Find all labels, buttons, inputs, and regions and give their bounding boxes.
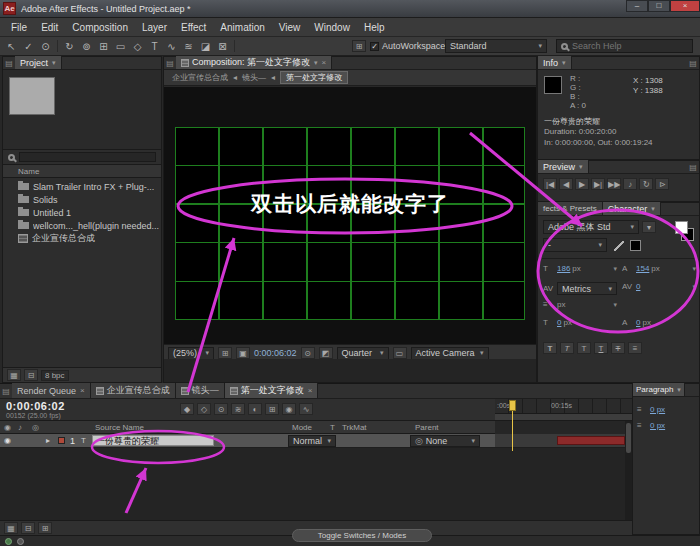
menu-window[interactable]: Window	[307, 22, 357, 33]
font-family-select[interactable]: Adobe 黑体 Std ▾	[543, 220, 639, 234]
list-item[interactable]: Untitled 1	[3, 206, 161, 219]
list-item[interactable]: 企业宣传总合成	[3, 232, 161, 245]
interpret-footage-icon[interactable]: ▦	[7, 369, 21, 381]
close-button[interactable]: ×	[670, 0, 700, 12]
source-name-column[interactable]: Source Name	[95, 423, 144, 432]
composition-canvas[interactable]: 双击以后就能改字了	[175, 127, 525, 320]
tab-paragraph[interactable]: Paragraph ▾	[633, 383, 685, 396]
menu-animation[interactable]: Animation	[213, 22, 271, 33]
tab-effects-presets[interactable]: fects & Presets	[538, 202, 603, 215]
composition-text[interactable]: 双击以后就能改字了	[176, 190, 524, 218]
expand-transfer-controls-icon[interactable]: ⊟	[21, 522, 35, 534]
selection-tool-icon[interactable]: ↖	[3, 41, 20, 52]
motion-blur-icon[interactable]: ◐	[248, 403, 262, 415]
kerning-select[interactable]: Metrics ▾	[557, 282, 617, 295]
current-time-indicator[interactable]	[509, 400, 516, 411]
toggle-switches-modes-button[interactable]: Toggle Switches / Modes	[292, 529, 432, 542]
all-caps-button[interactable]: T	[577, 342, 591, 354]
layer-visibility-icon[interactable]: ◉	[4, 436, 11, 445]
blend-mode-select[interactable]: Normal ▾	[288, 435, 336, 447]
indent-right-value[interactable]: 0 px	[650, 421, 665, 430]
composition-viewport[interactable]: 双击以后就能改字了	[164, 87, 536, 344]
grid-guides-icon[interactable]: ⊞	[218, 347, 232, 359]
tab-comp-main[interactable]: 企业宣传总合成	[91, 383, 176, 398]
fill-color-swatch[interactable]	[675, 221, 688, 234]
zoom-tool-icon[interactable]: ⊙	[37, 41, 54, 52]
font-size-value[interactable]: 186	[557, 264, 570, 273]
project-name-column[interactable]: Name	[18, 167, 39, 176]
prev-frame-button[interactable]: ◀	[559, 178, 573, 190]
autoworkspace-checkbox[interactable]: ✓	[370, 42, 379, 51]
menu-effect[interactable]: Effect	[174, 22, 213, 33]
next-frame-button[interactable]: ▶|	[591, 178, 605, 190]
menu-edit[interactable]: Edit	[34, 22, 65, 33]
clone-stamp-tool-icon[interactable]: ≋	[180, 41, 197, 52]
brainstorm-icon[interactable]: ⊞	[265, 403, 279, 415]
table-row[interactable]: ◉ ▸ 1 T 一份尊贵的荣耀 Normal ▾ ◎ None ▾	[0, 434, 495, 448]
font-style-select[interactable]: - ▾	[543, 238, 607, 252]
indent-left-value[interactable]: 0 px	[650, 405, 665, 414]
chevron-down-icon[interactable]: ▾	[692, 265, 696, 273]
pen-tool-icon[interactable]: ◇	[129, 41, 146, 52]
tab-composition[interactable]: Composition: 第一处文字修改 ▾ ×	[176, 56, 332, 69]
graph-editor-icon[interactable]: ∿	[299, 403, 313, 415]
timeline-scrollbar[interactable]	[625, 421, 632, 521]
menu-file[interactable]: File	[4, 22, 34, 33]
pickwhip-icon[interactable]: ◎	[415, 436, 423, 446]
menu-help[interactable]: Help	[357, 22, 392, 33]
layer-name-field[interactable]: 一份尊贵的荣耀	[92, 435, 214, 446]
workspace-select[interactable]: Standard ▾	[445, 39, 547, 53]
tab-comp-shot[interactable]: 镜头—	[176, 383, 225, 398]
t-column[interactable]: T	[330, 423, 335, 432]
expand-layer-switches-icon[interactable]: ▦	[4, 522, 18, 534]
chevron-down-icon[interactable]: ▾	[613, 301, 617, 309]
superscript-button[interactable]: ≡	[628, 342, 642, 354]
strikethrough-button[interactable]: T	[611, 342, 625, 354]
view-select[interactable]: Active Camera ▾	[411, 347, 489, 360]
vertical-scale-value[interactable]: 0	[557, 318, 561, 327]
audio-button[interactable]: ♪	[623, 178, 637, 190]
tracking-value[interactable]: 0	[636, 282, 640, 291]
camera-tool-icon[interactable]: ⊚	[78, 41, 95, 52]
layer-color-chip[interactable]	[58, 437, 65, 444]
frame-blending-icon[interactable]: ≋	[231, 403, 245, 415]
mask-tool-icon[interactable]: ▭	[112, 41, 129, 52]
expand-in-out-icon[interactable]: ⊞	[38, 522, 52, 534]
eraser-tool-icon[interactable]: ◪	[197, 41, 214, 52]
list-item[interactable]: Solids	[3, 193, 161, 206]
rotate-tool-icon[interactable]: ↻	[61, 41, 78, 52]
tab-comp-text-edit[interactable]: 第一处文字修改 ×	[225, 383, 319, 398]
mode-column[interactable]: Mode	[292, 423, 312, 432]
tab-preview[interactable]: Preview ▾	[538, 160, 589, 173]
breadcrumb-item[interactable]: 企业宣传总合成	[172, 72, 228, 83]
tab-character[interactable]: Character ▾	[603, 202, 661, 215]
pan-behind-tool-icon[interactable]: ⊞	[95, 41, 112, 52]
black-swatch[interactable]	[630, 240, 641, 251]
last-frame-button[interactable]: ▶▶	[607, 178, 621, 190]
work-area-bar[interactable]	[495, 414, 632, 421]
menu-composition[interactable]: Composition	[65, 22, 135, 33]
leading-value[interactable]: 154	[636, 264, 649, 273]
parent-column[interactable]: Parent	[415, 423, 439, 432]
project-search-input[interactable]	[19, 152, 156, 162]
mask-visibility-icon[interactable]: ▣	[236, 347, 250, 359]
underline-button[interactable]: T	[594, 342, 608, 354]
close-icon[interactable]: ×	[322, 58, 327, 67]
eyedropper-icon[interactable]	[614, 241, 624, 251]
ram-preview-button[interactable]: ⊳	[655, 178, 669, 190]
panel-menu-icon[interactable]: ▤	[687, 59, 699, 68]
tab-project[interactable]: Project ▾	[15, 56, 62, 69]
hand-tool-icon[interactable]: ✓	[20, 41, 37, 52]
draft-3d-icon[interactable]: ◇	[197, 403, 211, 415]
type-tool-icon[interactable]: T	[146, 41, 163, 52]
viewport-current-time[interactable]: 0:00:06:02	[254, 348, 297, 358]
search-input[interactable]	[572, 41, 688, 51]
list-item[interactable]: wellcom..._hell(plugin needed...	[3, 219, 161, 232]
composition-mini-flowchart-icon[interactable]: ◆	[180, 403, 194, 415]
loop-button[interactable]: ↻	[639, 178, 653, 190]
play-button[interactable]: ▶	[575, 178, 589, 190]
layer-expander-icon[interactable]: ▸	[46, 436, 50, 445]
auto-keyframe-icon[interactable]: ◉	[282, 403, 296, 415]
puppet-tool-icon[interactable]: ⊠	[214, 41, 231, 52]
first-frame-button[interactable]: |◀	[543, 178, 557, 190]
